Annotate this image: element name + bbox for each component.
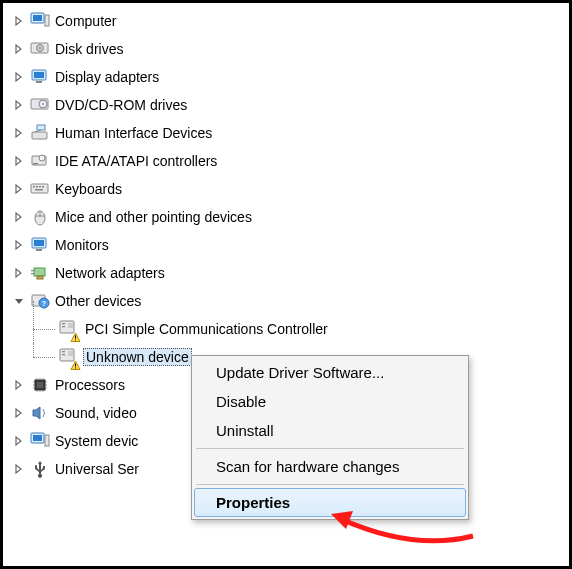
tree-line-vertical bbox=[33, 301, 34, 343]
tree-item-label: Computer bbox=[55, 13, 116, 29]
expand-icon[interactable] bbox=[11, 461, 27, 477]
tree-item-other-devices[interactable]: ? Other devices bbox=[3, 287, 569, 315]
warning-badge-icon bbox=[70, 360, 81, 371]
svg-rect-45 bbox=[75, 367, 76, 368]
tree-line-horizontal bbox=[33, 329, 55, 330]
tree-item-label: System devic bbox=[55, 433, 138, 449]
expand-icon[interactable] bbox=[11, 237, 27, 253]
usb-icon bbox=[29, 458, 51, 480]
disk-icon bbox=[29, 38, 51, 60]
svg-rect-43 bbox=[68, 351, 73, 356]
tree-item-label: Network adapters bbox=[55, 265, 165, 281]
network-icon bbox=[29, 262, 51, 284]
tree-item-label: Universal Ser bbox=[55, 461, 139, 477]
tree-child-label: Unknown device bbox=[86, 349, 189, 365]
expand-icon[interactable] bbox=[11, 41, 27, 57]
svg-point-15 bbox=[39, 155, 45, 161]
svg-rect-38 bbox=[75, 335, 76, 338]
svg-rect-42 bbox=[62, 354, 65, 355]
svg-rect-29 bbox=[31, 270, 34, 271]
svg-rect-28 bbox=[37, 276, 43, 279]
hid-icon bbox=[29, 122, 51, 144]
monitor-icon bbox=[29, 234, 51, 256]
svg-rect-50 bbox=[45, 435, 49, 446]
display-icon bbox=[29, 66, 51, 88]
tree-item-label: Sound, video bbox=[55, 405, 137, 421]
expand-icon[interactable] bbox=[11, 433, 27, 449]
tree-item-label: Monitors bbox=[55, 237, 109, 253]
dvd-icon bbox=[29, 94, 51, 116]
keyboard-icon bbox=[29, 178, 51, 200]
svg-point-11 bbox=[42, 103, 44, 105]
collapse-icon[interactable] bbox=[11, 293, 27, 309]
tree-item-dvd-cd-rom[interactable]: DVD/CD-ROM drives bbox=[3, 91, 569, 119]
tree-item-display-adapters[interactable]: Display adapters bbox=[3, 63, 569, 91]
expand-icon[interactable] bbox=[11, 125, 27, 141]
tree-item-computer[interactable]: Computer bbox=[3, 7, 569, 35]
svg-rect-35 bbox=[62, 323, 65, 324]
expand-icon[interactable] bbox=[11, 377, 27, 393]
svg-rect-49 bbox=[33, 435, 42, 441]
expand-icon[interactable] bbox=[11, 265, 27, 281]
warning-badge-icon bbox=[70, 332, 81, 343]
menu-item-properties[interactable]: Properties bbox=[194, 488, 466, 517]
tree-item-keyboards[interactable]: Keyboards bbox=[3, 175, 569, 203]
menu-item-scan-hardware[interactable]: Scan for hardware changes bbox=[194, 452, 466, 481]
tree-item-label: Keyboards bbox=[55, 181, 122, 197]
tree-item-disk-drives[interactable]: Disk drives bbox=[3, 35, 569, 63]
tree-child-label: PCI Simple Communications Controller bbox=[85, 321, 328, 337]
svg-rect-27 bbox=[34, 268, 45, 276]
svg-text:?: ? bbox=[42, 300, 46, 307]
cpu-icon bbox=[29, 374, 51, 396]
expand-icon[interactable] bbox=[11, 69, 27, 85]
expand-icon[interactable] bbox=[11, 97, 27, 113]
tree-child-pci-controller[interactable]: PCI Simple Communications Controller bbox=[3, 315, 569, 343]
tree-item-ide[interactable]: IDE ATA/ATAPI controllers bbox=[3, 147, 569, 175]
tree-item-label: Other devices bbox=[55, 293, 141, 309]
svg-rect-7 bbox=[34, 72, 44, 78]
ide-icon bbox=[29, 150, 51, 172]
svg-rect-26 bbox=[36, 249, 42, 251]
unknown-device-icon bbox=[57, 318, 79, 340]
svg-rect-30 bbox=[31, 273, 34, 274]
tree-item-label: Processors bbox=[55, 377, 125, 393]
svg-rect-47 bbox=[37, 382, 43, 388]
computer-icon bbox=[29, 10, 51, 32]
svg-rect-18 bbox=[33, 186, 35, 188]
tree-item-label: Mice and other pointing devices bbox=[55, 209, 252, 225]
expand-icon[interactable] bbox=[11, 181, 27, 197]
tree-item-network-adapters[interactable]: Network adapters bbox=[3, 259, 569, 287]
tree-item-label: Disk drives bbox=[55, 41, 123, 57]
svg-rect-22 bbox=[35, 189, 43, 191]
tree-item-mice[interactable]: Mice and other pointing devices bbox=[3, 203, 569, 231]
context-menu: Update Driver Software... Disable Uninst… bbox=[191, 355, 469, 520]
tree-item-label: DVD/CD-ROM drives bbox=[55, 97, 187, 113]
svg-rect-19 bbox=[36, 186, 38, 188]
svg-rect-20 bbox=[39, 186, 41, 188]
menu-item-disable[interactable]: Disable bbox=[194, 387, 466, 416]
svg-rect-36 bbox=[62, 326, 65, 327]
expand-icon[interactable] bbox=[11, 209, 27, 225]
menu-item-update-driver[interactable]: Update Driver Software... bbox=[194, 358, 466, 387]
tree-item-label: IDE ATA/ATAPI controllers bbox=[55, 153, 217, 169]
svg-rect-17 bbox=[31, 184, 48, 193]
tree-line-horizontal bbox=[33, 357, 55, 358]
svg-rect-8 bbox=[36, 81, 42, 83]
expand-icon[interactable] bbox=[11, 405, 27, 421]
svg-rect-41 bbox=[62, 351, 65, 352]
menu-separator bbox=[196, 484, 464, 485]
svg-rect-12 bbox=[37, 125, 45, 130]
tree-item-monitors[interactable]: Monitors bbox=[3, 231, 569, 259]
expand-icon[interactable] bbox=[11, 153, 27, 169]
system-icon bbox=[29, 430, 51, 452]
tree-item-label: Human Interface Devices bbox=[55, 125, 212, 141]
svg-rect-21 bbox=[42, 186, 44, 188]
svg-rect-37 bbox=[68, 323, 73, 328]
svg-rect-44 bbox=[75, 363, 76, 366]
svg-rect-13 bbox=[32, 132, 47, 139]
expand-icon[interactable] bbox=[11, 13, 27, 29]
svg-point-5 bbox=[39, 47, 41, 49]
menu-item-uninstall[interactable]: Uninstall bbox=[194, 416, 466, 445]
svg-rect-16 bbox=[33, 163, 38, 165]
tree-item-hid[interactable]: Human Interface Devices bbox=[3, 119, 569, 147]
